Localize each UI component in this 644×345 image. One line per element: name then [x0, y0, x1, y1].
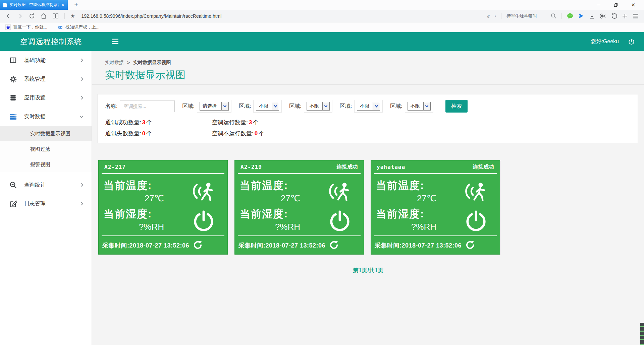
name-search-input[interactable]: [120, 100, 175, 112]
wechat-icon[interactable]: [567, 13, 573, 19]
region-select-3[interactable]: 不限: [307, 102, 330, 111]
sidebar-item-label: 应用设置: [24, 94, 80, 101]
breadcrumb-parent[interactable]: 实时数据: [105, 60, 124, 66]
columns-icon: [9, 57, 17, 63]
breadcrumb-separator: >: [127, 60, 130, 65]
stats-summary: 通讯成功数量:3个 空调运行数量:3个 通讯失败数量:0个 空调不运行数量:0个: [105, 119, 634, 137]
logout-power-icon[interactable]: [628, 39, 635, 45]
humidity-label: 当前湿度:: [102, 207, 183, 221]
zoom-out-search-icon: [9, 182, 17, 189]
humidity-label: 当前湿度:: [238, 207, 319, 221]
motion-sensor-icon: [464, 181, 488, 203]
stat-comm-success: 通讯成功数量:3个: [105, 119, 212, 126]
refresh-icon[interactable]: [329, 240, 338, 251]
add-icon[interactable]: [622, 13, 628, 19]
select-value: 不限: [307, 102, 322, 110]
bookmark-label: 百度一下，你就...: [13, 24, 47, 30]
edit-log-icon: [9, 200, 17, 207]
region-label: 区域:: [340, 103, 352, 110]
refresh-icon[interactable]: [193, 240, 202, 251]
submenu-item-realtime-view[interactable]: 实时数据显示视图: [0, 126, 92, 141]
bookmark-ip[interactable]: 找知识产权，上...: [57, 24, 100, 30]
page-title: 实时数据显示视图: [105, 68, 644, 82]
home-icon[interactable]: [41, 13, 47, 19]
device-cards: A2-217 当前温度: 27℃ 当前湿度: ?%RH: [98, 160, 644, 255]
reading-mode-icon[interactable]: [52, 13, 59, 19]
sidebar-item-log-management[interactable]: 日志管理: [0, 194, 92, 213]
sidebar-item-system-management[interactable]: 系统管理: [0, 70, 92, 88]
region-select-1[interactable]: 请选择: [200, 102, 229, 111]
select-value: 不限: [256, 102, 272, 110]
region-select-2[interactable]: 不限: [256, 102, 279, 111]
pagination-text: 第1页/共1页: [92, 267, 644, 274]
ie-compat-icon[interactable]: e: [487, 13, 490, 19]
chevron-down-icon: [79, 115, 84, 118]
realtime-data-submenu: 实时数据显示视图 视图过滤 报警视图: [0, 126, 92, 172]
sidebar-item-realtime-data[interactable]: 实时数据: [0, 107, 92, 126]
submenu-item-alarm-view[interactable]: 报警视图: [0, 157, 92, 172]
window-minimize-button[interactable]: [590, 0, 607, 10]
download-icon[interactable]: [589, 13, 595, 19]
device-name: A2-217: [104, 164, 126, 170]
new-tab-button[interactable]: +: [72, 1, 80, 8]
sidebar-item-label: 系统管理: [24, 76, 80, 83]
select-chevron-icon: [322, 102, 329, 110]
browser-toolbar: ★ 192.168.0.58:9096/index.php/Company/Ma…: [0, 10, 644, 22]
sidebar-item-query-statistics[interactable]: 查询统计: [0, 176, 92, 194]
search-button[interactable]: 检索: [445, 100, 468, 113]
sidebar-item-app-settings[interactable]: 应用设置: [0, 88, 92, 107]
temp-label: 当前温度:: [374, 179, 455, 193]
select-chevron-icon: [373, 102, 380, 110]
tab-title: 实时数据 - 空调远程控制系统: [9, 2, 59, 8]
power-status-icon[interactable]: [193, 210, 214, 232]
sidebar-item-basic-functions[interactable]: 基础功能: [0, 51, 92, 70]
humidity-value: ?%RH: [238, 222, 319, 232]
device-name: A2-219: [240, 164, 262, 170]
search-icon[interactable]: [551, 13, 556, 19]
back-icon[interactable]: [5, 13, 11, 19]
screenshot-scissors-icon[interactable]: [600, 13, 606, 19]
region-select-5[interactable]: 不限: [408, 102, 431, 111]
power-status-icon[interactable]: [466, 210, 486, 232]
submenu-label: 报警视图: [30, 161, 50, 168]
sidebar-item-label: 查询统计: [24, 182, 80, 189]
temp-value: 27℃: [102, 193, 183, 204]
power-status-icon[interactable]: [329, 210, 350, 232]
chevron-right-icon: [80, 183, 84, 187]
select-chevron-icon: [423, 102, 430, 110]
select-chevron-icon: [221, 102, 228, 110]
video-play-icon[interactable]: [578, 13, 584, 19]
search-suggestion-text[interactable]: 待宰牛蛙学猫叫: [506, 13, 537, 19]
select-chevron-icon: [272, 102, 279, 110]
restore-session-icon[interactable]: [611, 13, 617, 19]
tab-close-icon[interactable]: ✕: [61, 2, 65, 7]
baidu-paw-icon: [5, 24, 11, 30]
bookmark-star-icon[interactable]: ★: [70, 13, 75, 19]
app-header: 空调远程控制系统 您好:Geeku: [0, 32, 644, 51]
collect-time: 采集时间:2018-07-27 13:52:06: [375, 242, 462, 250]
region-select-4[interactable]: 不限: [357, 102, 380, 111]
chevron-right-icon[interactable]: ›: [495, 14, 496, 18]
humidity-value: ?%RH: [374, 222, 455, 232]
url-bar[interactable]: 192.168.0.58:9096/index.php/Company/Main…: [81, 13, 221, 19]
window-restore-button[interactable]: [607, 0, 625, 10]
sidebar: 基础功能 系统管理 应用设置 实时数据 实时数据显示视图 视图过滤 报警视图: [0, 51, 92, 345]
forward-icon[interactable]: [17, 13, 23, 19]
window-close-button[interactable]: ✕: [625, 0, 642, 10]
sidebar-toggle-icon[interactable]: [111, 39, 119, 46]
browser-tab[interactable]: 实时数据 - 空调远程控制系统 ✕: [0, 0, 68, 10]
chevron-right-icon: [80, 77, 84, 81]
submenu-item-view-filter[interactable]: 视图过滤: [0, 141, 92, 157]
reload-icon[interactable]: [29, 13, 35, 19]
scrollbar-thumb[interactable]: [640, 323, 644, 345]
select-value: 不限: [357, 102, 373, 110]
cloud-link-icon: [57, 25, 63, 29]
temp-value: 27℃: [238, 193, 319, 204]
region-label: 区域:: [239, 103, 251, 110]
breadcrumb-current: 实时数据显示视图: [133, 60, 171, 66]
temp-label: 当前温度:: [102, 179, 183, 193]
content-header: 实时数据 > 实时数据显示视图 实时数据显示视图: [92, 51, 644, 85]
menu-icon[interactable]: [633, 14, 639, 18]
refresh-icon[interactable]: [466, 240, 475, 251]
bookmark-baidu[interactable]: 百度一下，你就...: [5, 24, 47, 30]
